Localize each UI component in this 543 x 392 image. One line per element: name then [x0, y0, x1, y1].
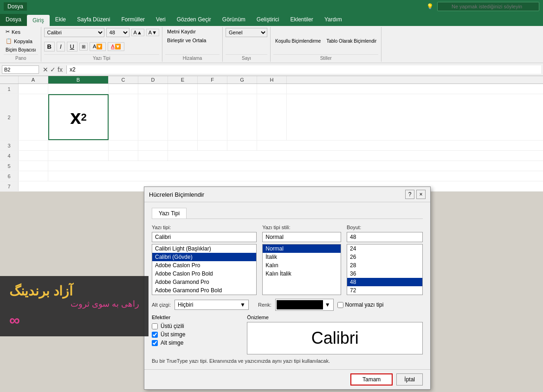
decrease-font-button[interactable]: A▼ — [146, 29, 159, 36]
list-item[interactable]: 36 — [347, 270, 422, 278]
list-item[interactable]: Normal — [263, 244, 341, 253]
list-item[interactable]: 72 — [347, 286, 422, 295]
formula-input[interactable] — [66, 65, 541, 74]
tab-veri[interactable]: Veri — [150, 14, 171, 26]
cell-g1[interactable] — [227, 84, 257, 94]
tab-giris[interactable]: Giriş — [27, 15, 50, 26]
size-list[interactable]: 24 26 28 36 48 72 — [347, 244, 423, 295]
strikethrough-checkbox[interactable] — [152, 323, 158, 329]
font-style-input[interactable] — [262, 232, 341, 242]
cell-f3[interactable] — [198, 141, 227, 150]
color-select[interactable]: ▼ — [275, 299, 334, 311]
cell-c4[interactable] — [109, 151, 138, 161]
cell-a2[interactable] — [19, 94, 48, 140]
style-list[interactable]: Normal İtalik Kalın Kalın İtalik — [262, 244, 341, 295]
cell-f1[interactable] — [198, 84, 227, 94]
kes-button[interactable]: ✂ Kes — [4, 28, 38, 36]
col-c[interactable]: C — [109, 76, 138, 84]
cancel-formula-icon[interactable]: ✕ — [43, 66, 48, 73]
cell-f2[interactable] — [198, 94, 227, 140]
cell-b3[interactable] — [48, 141, 109, 150]
col-b[interactable]: B — [48, 76, 109, 84]
tab-sayfa[interactable]: Sayfa Düzeni — [71, 14, 116, 26]
file-tab[interactable]: Dosya — [4, 2, 27, 11]
cell-b1[interactable] — [48, 84, 109, 94]
cell-h1[interactable] — [257, 84, 287, 94]
tab-gozden[interactable]: Gözden Geçir — [171, 14, 217, 26]
search-input[interactable] — [437, 2, 539, 11]
list-item[interactable]: 26 — [347, 253, 422, 261]
col-h[interactable]: H — [257, 76, 287, 84]
list-item[interactable]: Adobe Caslon Pro — [152, 261, 256, 270]
font-family-select[interactable]: Calibri — [44, 28, 104, 37]
cell-a6[interactable] — [19, 171, 48, 181]
number-format-select[interactable]: Genel — [226, 28, 267, 37]
tab-dosya[interactable]: Dosya — [0, 14, 27, 26]
fill-color-button[interactable]: A🔽 — [90, 42, 106, 51]
list-item[interactable]: İtalik — [263, 253, 341, 261]
tab-gelistirici[interactable]: Geliştirici — [251, 14, 285, 26]
font-list[interactable]: Calibri Light (Başlıklar) Calibri (Gövde… — [152, 244, 257, 295]
col-a[interactable]: A — [19, 76, 48, 84]
list-item[interactable]: Adobe Caslon Pro Bold — [152, 270, 256, 278]
cell-c2[interactable] — [109, 94, 138, 140]
tab-formuller[interactable]: Formüller — [116, 14, 150, 26]
insert-function-icon[interactable]: fx — [58, 66, 63, 73]
cell-d2[interactable] — [138, 94, 168, 140]
font-color-button[interactable]: A🔽 — [108, 42, 124, 51]
italic-button[interactable]: I — [57, 42, 65, 51]
merge-button[interactable]: Birleştir ve Ortala — [165, 37, 220, 44]
cell-d4[interactable] — [138, 151, 168, 161]
list-item[interactable]: Kalın İtalik — [263, 270, 341, 278]
list-item[interactable]: Adobe Garamond Pro — [152, 278, 256, 286]
tab-yazitipi[interactable]: Yazı Tipi — [152, 208, 187, 218]
cell-d3[interactable] — [138, 141, 168, 150]
name-box[interactable] — [2, 65, 39, 74]
conditional-format-button[interactable]: Koşullu Biçimlendirme — [273, 28, 323, 54]
cell-h2[interactable] — [257, 94, 287, 140]
table-format-button[interactable]: Tablo Olarak Biçimlendir — [324, 28, 378, 54]
cell-e1[interactable] — [168, 84, 198, 94]
cell-e2[interactable] — [168, 94, 198, 140]
cell-d1[interactable] — [138, 84, 168, 94]
col-g[interactable]: G — [227, 76, 257, 84]
cell-b4[interactable] — [48, 151, 109, 161]
tab-yardim[interactable]: Yardım — [319, 14, 348, 26]
confirm-formula-icon[interactable]: ✓ — [50, 66, 56, 73]
col-f[interactable]: F — [198, 76, 227, 84]
font-size-input[interactable] — [347, 232, 423, 242]
list-item[interactable]: 28 — [347, 261, 422, 270]
font-size-select[interactable]: 48 — [106, 28, 129, 37]
list-item[interactable]: Adobe Garamond Pro Bold — [152, 286, 256, 295]
increase-font-button[interactable]: A▲ — [131, 29, 144, 36]
ok-button[interactable]: Tamam — [350, 373, 393, 386]
tab-eklentiler[interactable]: Eklentiler — [285, 14, 319, 26]
col-d[interactable]: D — [138, 76, 168, 84]
border-button[interactable]: ⊞ — [79, 43, 88, 51]
cell-a4[interactable] — [19, 151, 48, 161]
cell-c1[interactable] — [109, 84, 138, 94]
cell-b2[interactable]: x2 — [48, 94, 109, 140]
normal-font-checkbox[interactable] — [337, 302, 343, 308]
cell-e3[interactable] — [168, 141, 198, 150]
cell-g3[interactable] — [227, 141, 257, 150]
list-item[interactable]: Calibri Light (Başlıklar) — [152, 244, 256, 253]
tab-ekle[interactable]: Ekle — [50, 14, 71, 26]
list-item[interactable]: 48 — [347, 278, 422, 286]
underline-select[interactable]: Hiçbiri ▼ — [175, 300, 249, 310]
cell-a3[interactable] — [19, 141, 48, 150]
bicim-boyacisi-button[interactable]: Biçim Boyacısı — [4, 46, 38, 53]
cell-c3[interactable] — [109, 141, 138, 150]
font-type-input[interactable] — [152, 232, 257, 242]
cell-g2[interactable] — [227, 94, 257, 140]
list-item[interactable]: 24 — [347, 244, 422, 253]
list-item[interactable]: Kalın — [263, 261, 341, 270]
close-button[interactable]: × — [416, 190, 426, 199]
superscript-checkbox[interactable] — [152, 332, 158, 338]
underline-button[interactable]: U — [67, 42, 78, 51]
col-e[interactable]: E — [168, 76, 198, 84]
list-item[interactable]: Calibri (Gövde) — [152, 253, 256, 261]
cell-a1[interactable] — [19, 84, 48, 94]
kopyala-button[interactable]: 📋 Kopyala — [4, 37, 38, 45]
subscript-checkbox[interactable] — [152, 340, 158, 346]
